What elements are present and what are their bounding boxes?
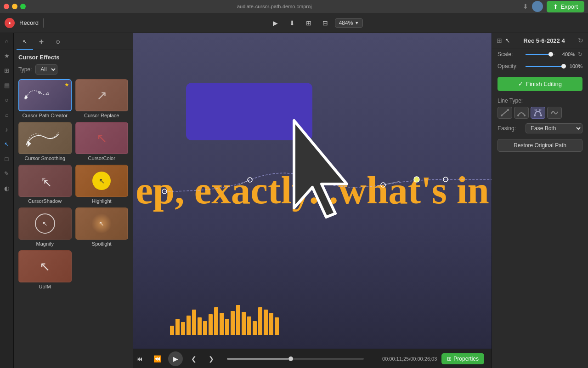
- left-sidebar: ⌂ ★ ⊞ ▤ ○ ⌕ ♪ ↖ □ ✎ ◐: [0, 33, 14, 368]
- effect-thumb-magnify: ↖: [18, 207, 72, 240]
- easing-select[interactable]: Ease Both Ease In Ease Out Linear: [526, 123, 582, 133]
- opacity-slider[interactable]: [526, 66, 562, 67]
- effect-thumb-spotlight: ↖: [75, 207, 129, 240]
- panel-right-header: ⊞ ↖ Rec 5-6-2022 4 ↻: [492, 33, 588, 48]
- effect-thumb-cursor-replace: ↗: [75, 79, 129, 111]
- titlebar-right: ⬇ ⬆ Export: [523, 1, 584, 12]
- effect-spotlight[interactable]: ↖ Spotlight: [75, 207, 129, 247]
- rewind-button[interactable]: ⏮: [133, 352, 146, 365]
- opacity-slider-fill: [526, 66, 562, 67]
- next-frame-button[interactable]: ❯: [205, 352, 218, 365]
- cursor-icon[interactable]: ↖: [2, 139, 12, 149]
- type-select[interactable]: All: [35, 64, 57, 75]
- effect-label-cursor-smoothing: Cursor Smoothing: [24, 155, 65, 161]
- star-icon[interactable]: ★: [2, 51, 12, 61]
- tab-cursor-arrow[interactable]: ↖: [17, 35, 33, 50]
- search-icon[interactable]: ⌕: [2, 109, 12, 120]
- highlight-circle: ↖: [92, 172, 111, 190]
- film-icon[interactable]: ▤: [2, 80, 12, 90]
- record-indicator: ●: [5, 18, 15, 28]
- annotation-icon[interactable]: □: [2, 154, 12, 164]
- close-button[interactable]: [4, 4, 9, 9]
- opacity-row: Opacity: 100%: [492, 60, 588, 72]
- effect-cursor-path-creator[interactable]: ★ Cursor Path Creator: [18, 79, 72, 118]
- scale-label: Scale:: [498, 51, 523, 58]
- shadow-cursor-main-icon: ↖: [43, 177, 52, 190]
- panel-right-title: Rec 5-6-2022 4: [523, 37, 565, 44]
- download-icon[interactable]: ⬇: [523, 3, 528, 10]
- magnify-circle: ↖: [35, 213, 55, 234]
- user-avatar[interactable]: [532, 1, 543, 12]
- effect-uofm[interactable]: ↖ UofM: [18, 250, 72, 289]
- tab-cursor-click[interactable]: ⊙: [50, 35, 66, 50]
- right-header-icons-left: ⊞ ↖: [497, 37, 510, 44]
- trim-icon[interactable]: ⊟: [318, 16, 332, 30]
- step-back-button[interactable]: ⏪: [151, 352, 164, 365]
- cursor-select-icon[interactable]: ↖: [505, 37, 510, 44]
- titlebar: audiate-cursor-path-demo.cmproj ⬇ ⬆ Expo…: [0, 0, 588, 13]
- refresh-icon[interactable]: ↻: [578, 37, 583, 44]
- line-type-smooth[interactable]: [547, 107, 562, 119]
- grid-view-icon[interactable]: ⊞: [497, 37, 502, 44]
- zoom-value: 484%: [339, 20, 353, 26]
- progress-handle[interactable]: [288, 356, 293, 361]
- main-layout: ⌂ ★ ⊞ ▤ ○ ⌕ ♪ ↖ □ ✎ ◐ ↖ ✚ ⊙ Cursor Effec…: [0, 33, 588, 368]
- effect-label-cursor-shadow: CursorShadow: [28, 198, 62, 204]
- progress-fill: [227, 358, 288, 360]
- effect-cursor-color[interactable]: ↖ CursorColor: [75, 122, 129, 161]
- scale-slider-fill: [526, 54, 549, 55]
- effect-thumb-cursor-path-creator: ★: [18, 79, 72, 111]
- export-button[interactable]: ⬆ Export: [547, 1, 584, 12]
- finish-editing-button[interactable]: ✓ Finish Editing: [498, 77, 582, 91]
- scale-slider[interactable]: [526, 54, 555, 55]
- effect-cursor-shadow[interactable]: ↖ ↖ CursorShadow: [18, 165, 72, 204]
- mic-icon[interactable]: ♪: [2, 124, 12, 134]
- grid-icon[interactable]: ⊞: [2, 65, 12, 75]
- svg-point-23: [535, 109, 537, 111]
- svg-point-20: [524, 115, 526, 116]
- playback-controls: ⏮ ⏪ ▶ ❮ ❯ 00:00:11;25/00:00:26;03 ⊞ Prop…: [133, 349, 492, 368]
- prev-frame-button[interactable]: ❮: [187, 352, 200, 365]
- clock-icon[interactable]: ○: [2, 95, 12, 105]
- play-icon[interactable]: ▶: [269, 16, 283, 30]
- progress-bar[interactable]: [227, 358, 364, 360]
- type-label: Type:: [18, 66, 32, 73]
- pen-icon[interactable]: ✎: [2, 168, 12, 178]
- play-button[interactable]: ▶: [168, 351, 183, 366]
- curve1-icon: [517, 109, 526, 116]
- effect-label-magnify: Magnify: [36, 241, 54, 247]
- effect-cursor-smoothing[interactable]: Cursor Smoothing: [18, 122, 72, 161]
- properties-button[interactable]: ⊞ Properties: [441, 353, 484, 364]
- highlight-cursor-icon: ↖: [99, 177, 105, 185]
- effect-label-highlight: Highlight: [92, 198, 112, 204]
- home-icon[interactable]: ⌂: [2, 36, 12, 46]
- maximize-button[interactable]: [20, 4, 26, 9]
- crop-icon[interactable]: ⊞: [302, 16, 316, 30]
- svg-point-22: [540, 115, 542, 116]
- scale-refresh-icon[interactable]: ↻: [578, 51, 582, 58]
- easing-label: Easing:: [498, 125, 523, 132]
- zoom-control[interactable]: 484% ▼: [335, 18, 363, 28]
- spotlight-circle: ↖: [91, 213, 112, 234]
- line-type-curve1[interactable]: [514, 107, 529, 119]
- effect-label-spotlight: Spotlight: [92, 241, 112, 247]
- properties-icon: ⊞: [447, 356, 452, 362]
- scale-slider-handle[interactable]: [548, 52, 553, 57]
- theme-icon[interactable]: ◐: [2, 183, 12, 193]
- effect-cursor-replace[interactable]: ↗ Cursor Replace: [75, 79, 129, 118]
- opacity-label: Opacity:: [498, 63, 523, 69]
- tab-cursor-crosshair[interactable]: ✚: [33, 35, 50, 50]
- line-type-row: Line Type:: [492, 96, 588, 121]
- svg-point-2: [47, 93, 49, 95]
- effect-highlight[interactable]: ↖ Highlight: [75, 165, 129, 204]
- restore-original-path-button[interactable]: Restore Original Path: [498, 139, 582, 152]
- effect-magnify[interactable]: ↖ Magnify: [18, 207, 72, 247]
- smoothing-preview: [22, 125, 63, 150]
- line-type-straight[interactable]: [498, 107, 512, 119]
- cursor-effects: Cursor Effects Type: All ★: [14, 50, 133, 293]
- minimize-button[interactable]: [12, 4, 17, 9]
- line-type-label: Line Type:: [498, 98, 582, 104]
- line-type-bezier[interactable]: [531, 107, 545, 119]
- step-icon[interactable]: ⬇: [285, 16, 299, 30]
- timecode: 00:00:11;25/00:00:26;03: [382, 356, 437, 362]
